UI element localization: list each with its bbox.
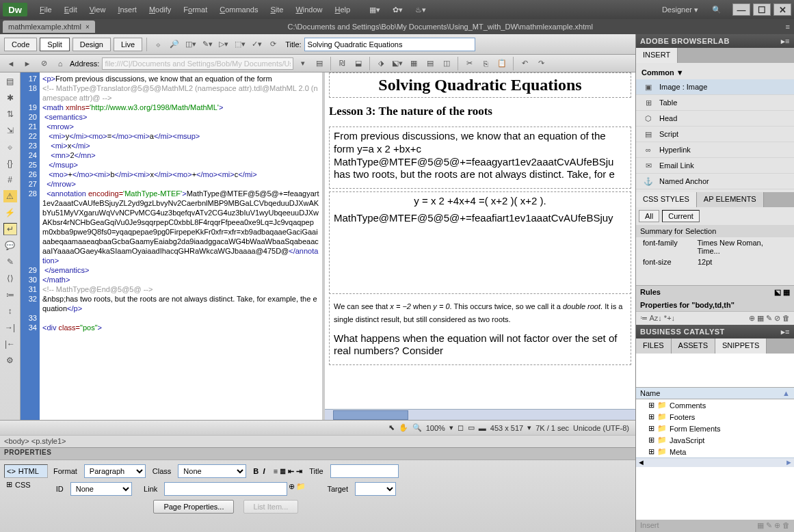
rules-header[interactable]: Rules⬕ ▦ xyxy=(636,285,794,299)
tb-icon-7[interactable]: ◫ xyxy=(440,57,453,70)
menu-format[interactable]: Format xyxy=(178,3,213,16)
menu-modify[interactable]: Modify xyxy=(144,3,176,16)
tree-scrollbar[interactable]: ◄► xyxy=(636,457,794,467)
tree-folder[interactable]: ⊞ 📁 Meta xyxy=(636,446,794,457)
design-paragraph-2[interactable]: We can see that x = −2 when y = 0. This … xyxy=(334,300,626,325)
document-tab[interactable]: mathmlexample.xhtml × xyxy=(3,21,95,33)
encoding[interactable]: Unicode (UTF-8) xyxy=(573,424,629,432)
zoom-level[interactable]: 100% xyxy=(426,424,445,432)
pointer-tool-icon[interactable]: ⬉ xyxy=(388,423,395,432)
link-browse-icon[interactable]: 📁 xyxy=(296,482,306,496)
collapse-selection-icon[interactable]: ⇅ xyxy=(3,108,17,120)
new-rule-icon[interactable]: ▦ xyxy=(757,314,764,322)
design-equation-2[interactable]: MathType@MTEF@5@5@+=feaafiart1ev1aaatCvA… xyxy=(334,212,626,225)
back-icon[interactable]: ◄ xyxy=(4,57,18,70)
paste-icon[interactable]: 📋 xyxy=(495,57,509,70)
insert-item[interactable]: ▣Image : Image xyxy=(636,79,794,95)
disable-icon[interactable]: ⊘ xyxy=(774,314,780,322)
insert-item[interactable]: ✉Email Link xyxy=(636,158,794,174)
remove-comment-icon[interactable]: ✎ xyxy=(3,256,17,268)
validate-icon[interactable]: ✓▾ xyxy=(250,38,263,51)
site-icon[interactable]: ♨▾ xyxy=(410,3,432,16)
id-select[interactable]: None xyxy=(70,482,132,496)
redo-icon[interactable]: ↷ xyxy=(534,57,548,70)
tablet-icon[interactable]: ▭ xyxy=(468,423,475,432)
nav-icon[interactable]: ▤ xyxy=(313,57,326,70)
visual-aids-icon[interactable]: ⬚▾ xyxy=(233,38,247,51)
open-docs-icon[interactable]: ▤ xyxy=(3,75,17,88)
preview-icon[interactable]: ▷▾ xyxy=(217,38,230,51)
tb-icon-5[interactable]: ▦ xyxy=(407,57,421,70)
menu-insert[interactable]: Insert xyxy=(112,3,142,16)
target-select[interactable] xyxy=(355,482,396,496)
code-editor[interactable]: <p>From previous discussions, we know th… xyxy=(40,72,322,420)
format-select[interactable]: Paragraph xyxy=(84,464,146,478)
format-source-icon[interactable]: ⚙ xyxy=(3,354,17,367)
word-wrap-icon[interactable]: ↵ xyxy=(3,223,17,235)
extend-icon[interactable]: ✿▾ xyxy=(387,3,408,16)
horizontal-scrollbar[interactable] xyxy=(325,409,635,420)
hand-tool-icon[interactable]: ✋ xyxy=(399,423,408,432)
tb-icon-1[interactable]: ₪ xyxy=(335,57,349,70)
maximize-button[interactable]: ☐ xyxy=(753,3,771,16)
live-code-icon[interactable]: ⟐ xyxy=(151,38,165,51)
tree-folder[interactable]: ⊞ 📁 Comments xyxy=(636,399,794,411)
business-catalyst-header[interactable]: BUSINESS CATALYST▸≡ xyxy=(636,325,794,338)
workspace-switcher[interactable]: Designer ▾ xyxy=(655,3,705,16)
live-view-button[interactable]: Live xyxy=(114,38,142,51)
code-view-button[interactable]: Code xyxy=(4,38,37,51)
design-paragraph-1[interactable]: From previous discussions, we know that … xyxy=(334,130,626,181)
tb-icon-2[interactable]: ⬓ xyxy=(352,57,365,70)
close-button[interactable]: ✕ xyxy=(773,3,791,16)
browserlab-header[interactable]: ADOBE BROWSERLAB▸≡ xyxy=(636,34,794,48)
text-format-icons[interactable]: B I ≡ ≣ ⇤ ⇥ xyxy=(253,467,302,476)
menu-view[interactable]: View xyxy=(84,3,111,16)
link-input[interactable] xyxy=(164,482,287,496)
edit-rule-icon[interactable]: ✎ xyxy=(766,314,772,322)
minimize-button[interactable]: — xyxy=(732,3,750,16)
ap-elements-tab[interactable]: AP ELEMENTS xyxy=(697,192,764,207)
assets-tab[interactable]: ASSETS xyxy=(672,338,715,354)
code-view-pane[interactable]: 1718 19202122232425262728 29303132 3334 … xyxy=(21,72,325,420)
undo-icon[interactable]: ↶ xyxy=(518,57,531,70)
tree-folder[interactable]: ⊞ 📁 Footers xyxy=(636,411,794,423)
css-styles-tab[interactable]: CSS STYLES xyxy=(636,192,697,207)
outdent-icon[interactable]: |← xyxy=(3,338,17,350)
insert-snippet-button[interactable]: Insert xyxy=(640,521,659,529)
scroll-up-icon[interactable]: ▲ xyxy=(782,389,790,397)
title-prop-input[interactable] xyxy=(330,464,399,478)
recent-snippets-icon[interactable]: ≔ xyxy=(3,289,17,301)
az-icon[interactable]: Az↓ xyxy=(649,314,661,322)
menu-window[interactable]: Window xyxy=(290,3,328,16)
inspect-icon[interactable]: 🔎 xyxy=(168,38,181,51)
design-view-pane[interactable]: Solving Quadratic Equations Lesson 3: Th… xyxy=(325,72,635,420)
split-view-button[interactable]: Split xyxy=(40,38,69,51)
panel-collapse-icon[interactable]: ≡ xyxy=(786,23,790,31)
set-icon[interactable]: *+↓ xyxy=(664,314,675,322)
insert-item[interactable]: ⚓Named Anchor xyxy=(636,174,794,189)
tb-icon-4[interactable]: ⬕▾ xyxy=(391,57,404,70)
page-properties-button[interactable]: Page Properties... xyxy=(153,500,234,514)
tb-icon-3[interactable]: ⬗ xyxy=(374,57,388,70)
tag-selector[interactable]: <body> <p.style1> xyxy=(0,435,635,447)
menu-help[interactable]: Help xyxy=(330,3,356,16)
indent-icon[interactable]: →| xyxy=(3,321,17,334)
apply-comment-icon[interactable]: 💬 xyxy=(3,239,17,252)
insert-item[interactable]: ∞Hyperlink xyxy=(636,142,794,158)
insert-item[interactable]: ⬡Head xyxy=(636,111,794,127)
properties-header[interactable]: PROPERTIES xyxy=(0,448,635,460)
dimensions[interactable]: 453 x 517 xyxy=(490,424,523,432)
menu-site[interactable]: Site xyxy=(265,3,289,16)
insert-item[interactable]: ⊞Table xyxy=(636,95,794,111)
insert-tab[interactable]: INSERT xyxy=(636,48,678,63)
insert-item[interactable]: ▤Script xyxy=(636,127,794,142)
show-cat-icon[interactable]: ≔ xyxy=(640,314,648,322)
tb-icon-6[interactable]: ▤ xyxy=(423,57,437,70)
files-tab[interactable]: FILES xyxy=(636,338,672,354)
address-input[interactable] xyxy=(102,57,293,70)
window-size-icon[interactable]: ◻ xyxy=(458,423,464,432)
line-numbers-icon[interactable]: # xyxy=(3,174,17,186)
collapse-full-tag-icon[interactable]: ✱ xyxy=(3,92,17,104)
tree-folder[interactable]: ⊞ 📁 Form Elements xyxy=(636,423,794,434)
name-column[interactable]: Name xyxy=(640,389,660,397)
